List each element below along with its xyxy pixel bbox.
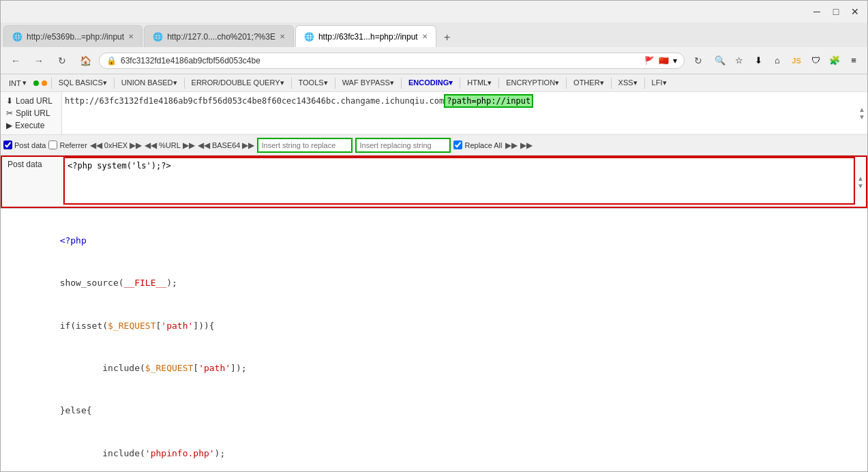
post-side-arrows: ▲ ▼: [855, 157, 866, 207]
side-arrows: ▲ ▼: [856, 92, 867, 134]
code-line-3: if(isset($_REQUEST['path'])){: [17, 305, 851, 347]
hackbar-encryption[interactable]: ENCRYPTION▾: [500, 76, 565, 89]
url-input-area: http://63fc3132fd1e4186ab9cfbf56d053c4be…: [62, 92, 867, 134]
code-line-5: }else{: [17, 390, 851, 432]
hex-label: 0xHEX: [104, 141, 128, 149]
post-down-arrow[interactable]: ▼: [857, 182, 864, 190]
new-tab-button[interactable]: +: [438, 28, 457, 47]
load-url-icon: ⬇: [6, 96, 13, 106]
hackbar-menu: INT ▾ SQL BASICS▾ UNION BASED▾ ERROR/DOU…: [1, 74, 867, 92]
post-area: Post data <?php system('ls');?> ▲ ▼: [1, 156, 867, 208]
hackbar-int[interactable]: INT ▾: [3, 76, 32, 89]
hex-left-arrow: ◀◀: [90, 141, 102, 150]
tab-label-2: http://127.0....cho%201;?%3E: [167, 32, 275, 42]
tab-favicon-3: 🌐: [304, 32, 314, 42]
address-bar: ← → ↻ 🏠 🔒 🚩 🇨🇳 ▾ ↻ 🔍 ☆ ⬇ ⌂ JS 🛡 🧩 ≡: [1, 47, 867, 74]
post-input-area: <?php system('ls');?>: [63, 157, 855, 207]
url-encode-item: ◀◀ %URL ▶▶: [145, 141, 195, 150]
url-right-arrow: ▶▶: [183, 141, 195, 150]
hackbar-union-based[interactable]: UNION BASED▾: [116, 76, 183, 89]
base64-left-arrow: ◀◀: [198, 141, 210, 150]
replace-all-item: Replace All: [453, 141, 502, 149]
post-data-checkbox-item: Post data: [3, 141, 46, 149]
search-icon[interactable]: 🔍: [712, 53, 728, 69]
replace-all-label: Replace All: [464, 141, 502, 149]
hackbar-error-double[interactable]: ERROR/DOUBLE QUERY▾: [186, 76, 290, 89]
minimize-button[interactable]: ─: [810, 5, 824, 18]
code-line-1: <?php: [17, 220, 851, 262]
up-arrow[interactable]: ▲: [858, 106, 865, 113]
tab-favicon-2: 🌐: [153, 32, 163, 42]
browser-window: ─ □ ✕ 🌐 http://e5369b...=php://input ✕ 🌐…: [0, 0, 868, 472]
refresh-button[interactable]: ↻: [689, 51, 708, 70]
shield-icon[interactable]: 🛡: [807, 53, 824, 69]
forward-button[interactable]: →: [29, 51, 48, 70]
replace-right-arrow: ▶▶: [505, 141, 518, 150]
referrer-label: Referrer: [59, 141, 87, 149]
base64-encode-item: ◀◀ BASE64 ▶▶: [198, 141, 255, 150]
tab-bar: 🌐 http://e5369b...=php://input ✕ 🌐 http:…: [1, 23, 867, 47]
code-line-2: show_source(__FILE__);: [17, 262, 851, 304]
back-button[interactable]: ←: [6, 51, 25, 70]
bookmark-star[interactable]: ☆: [731, 53, 747, 69]
reload-button[interactable]: ↻: [53, 51, 72, 70]
hackbar-tools[interactable]: TOOLS▾: [293, 76, 333, 89]
post-up-arrow[interactable]: ▲: [857, 175, 864, 182]
tab-2[interactable]: 🌐 http://127.0....cho%201;?%3E ✕: [144, 25, 294, 47]
execute-button[interactable]: ▶ Execute: [1, 119, 61, 132]
url-sidebar: ⬇ Load URL ✂ Split URL ▶ Execute: [1, 92, 62, 134]
home-icon2[interactable]: ⌂: [769, 53, 785, 69]
post-data-textarea[interactable]: <?php system('ls');?>: [63, 157, 855, 205]
green-indicator: [33, 79, 40, 87]
url-area: ⬇ Load URL ✂ Split URL ▶ Execute http://…: [1, 92, 867, 135]
url-param: ?path=php://input: [444, 94, 533, 108]
hackbar-other[interactable]: OTHER▾: [568, 76, 610, 89]
hackbar-waf-bypass[interactable]: WAF BYPASS▾: [337, 76, 400, 89]
post-data-area-label: Post data: [2, 157, 63, 207]
split-url-label: Split URL: [16, 108, 50, 118]
url-left-arrow: ◀◀: [145, 141, 157, 150]
tab-close-2[interactable]: ✕: [280, 33, 285, 40]
post-data-label: Post data: [14, 141, 46, 149]
menu-icon[interactable]: ≡: [845, 53, 862, 69]
flag-icon: 🚩: [644, 56, 655, 65]
hackbar-lfi[interactable]: LFI▾: [646, 76, 672, 89]
tab-close-1[interactable]: ✕: [128, 33, 134, 40]
hackbar-encoding[interactable]: ENCODING▾: [403, 76, 458, 89]
home-button[interactable]: 🏠: [76, 51, 95, 70]
split-url-button[interactable]: ✂ Split URL: [1, 107, 61, 119]
execute-icon: ▶: [6, 121, 12, 130]
tab-close-3[interactable]: ✕: [422, 33, 428, 40]
url-base: http://63fc3132fd1e4186ab9cfbf56d053c4be…: [65, 96, 444, 106]
maximize-button[interactable]: □: [829, 5, 843, 18]
tab-label-3: http://63fc31...h=php://input: [318, 32, 418, 42]
insert-replacing-input[interactable]: [355, 138, 451, 153]
post-data-checkbox[interactable]: [3, 141, 12, 149]
insert-string-input[interactable]: [257, 138, 353, 153]
tab-1[interactable]: 🌐 http://e5369b...=php://input ✕: [3, 25, 143, 47]
hex-encode-item: ◀◀ 0xHEX ▶▶: [90, 141, 142, 150]
hackbar-html[interactable]: HTML▾: [462, 76, 497, 89]
close-button[interactable]: ✕: [848, 5, 862, 18]
code-display: <?php show_source(__FILE__); if(isset($_…: [9, 214, 859, 471]
hex-right-arrow: ▶▶: [130, 141, 142, 150]
tab-favicon-1: 🌐: [12, 32, 23, 42]
address-input[interactable]: [121, 56, 640, 65]
hackbar-xss[interactable]: XSS▾: [613, 76, 643, 89]
hackbar-sql-basics[interactable]: SQL BASICS▾: [53, 76, 113, 89]
base64-right-arrow: ▶▶: [242, 141, 254, 150]
referrer-checkbox[interactable]: [48, 141, 57, 149]
down-arrow[interactable]: ▼: [858, 113, 865, 121]
int-label: INT: [9, 79, 21, 87]
load-url-button[interactable]: ⬇ Load URL: [1, 95, 61, 107]
code-line-6: include('phpinfo.php');: [17, 432, 851, 471]
extension-icon[interactable]: 🧩: [826, 53, 843, 69]
int-dropdown: ▾: [23, 78, 27, 87]
title-bar: ─ □ ✕: [1, 1, 867, 23]
title-bar-controls: ─ □ ✕: [810, 5, 862, 18]
replace-all-checkbox[interactable]: [453, 141, 462, 149]
tab-3[interactable]: 🌐 http://63fc31...h=php://input ✕: [295, 25, 436, 47]
download-icon[interactable]: ⬇: [750, 53, 766, 69]
lock-icon: 🔒: [106, 56, 117, 65]
split-url-icon: ✂: [6, 108, 13, 118]
